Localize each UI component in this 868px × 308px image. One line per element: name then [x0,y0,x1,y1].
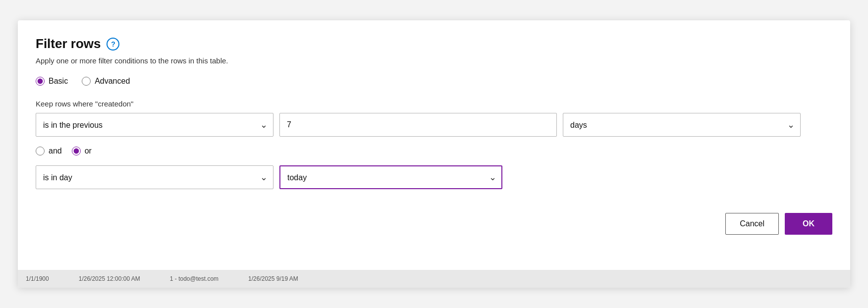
and-radio-option[interactable]: and [36,147,62,155]
help-icon-button[interactable]: ? [107,38,119,51]
operator-select-wrapper: is in the previous is equal to is not eq… [36,113,273,137]
dialog-subtitle: Apply one or more filter conditions to t… [36,56,832,65]
number-value-input[interactable] [279,113,557,137]
today-select-wrapper: today yesterday tomorrow ⌄ [279,165,502,189]
advanced-radio-label: Advanced [95,77,130,86]
advanced-radio-option[interactable]: Advanced [82,77,130,86]
unit-select[interactable]: days hours minutes months years [563,113,801,137]
unit-select-wrapper: days hours minutes months years ⌄ [563,113,801,137]
dialog-title: Filter rows [36,36,101,51]
operator-select[interactable]: is in the previous is equal to is not eq… [36,113,273,137]
basic-radio-input[interactable] [36,77,45,86]
ok-button[interactable]: OK [785,213,832,235]
filter-row-1: is in the previous is equal to is not eq… [36,113,832,137]
or-radio-label: or [85,147,92,155]
bottom-bar-item-1: 1/26/2025 12:00:00 AM [79,275,140,282]
and-radio-label: and [49,147,62,155]
condition-label: Keep rows where "createdon" [36,100,832,108]
or-radio-input[interactable] [72,147,81,155]
filter-rows-dialog: Filter rows ? Apply one or more filter c… [18,20,850,288]
logic-row: and or [36,147,832,155]
or-radio-option[interactable]: or [72,147,92,155]
and-radio-input[interactable] [36,147,45,155]
basic-radio-label: Basic [49,77,68,86]
cancel-button[interactable]: Cancel [725,213,779,235]
today-select[interactable]: today yesterday tomorrow [279,165,502,189]
bottom-bar-item-2: 1 - todo@test.com [170,275,218,282]
bottom-bar-item-3: 1/26/2025 9/19 AM [248,275,298,282]
title-row: Filter rows ? [36,36,832,51]
mode-radio-group: Basic Advanced [36,77,832,86]
row2-operator-select[interactable]: is in day is in the previous is equal to [36,165,273,189]
bottom-bar-item-0: 1/1/1900 [26,275,49,282]
bottom-buttons: Cancel OK [36,209,832,235]
filter-row-2: is in day is in the previous is equal to… [36,165,832,189]
basic-radio-option[interactable]: Basic [36,77,68,86]
advanced-radio-input[interactable] [82,77,91,86]
bottom-bar: 1/1/1900 1/26/2025 12:00:00 AM 1 - todo@… [18,270,850,288]
row2-operator-select-wrapper: is in day is in the previous is equal to… [36,165,273,189]
